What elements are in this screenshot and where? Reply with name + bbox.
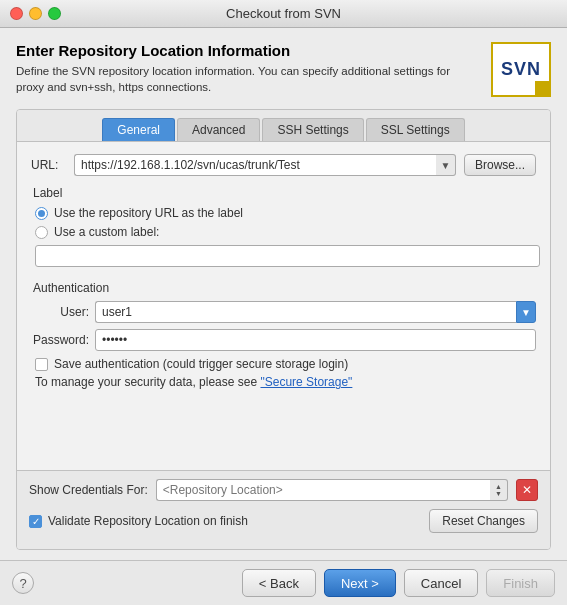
header-text: Enter Repository Location Information De… [16, 42, 479, 95]
secure-storage-link[interactable]: "Secure Storage" [260, 375, 352, 389]
password-row: Password: [31, 329, 536, 351]
save-auth-label: Save authentication (could trigger secur… [54, 357, 348, 371]
tab-ssl-settings[interactable]: SSL Settings [366, 118, 465, 141]
credentials-spinner[interactable]: ▲ ▼ [490, 479, 508, 501]
close-button[interactable] [10, 7, 23, 20]
auth-section-title: Authentication [31, 281, 536, 295]
main-content: Enter Repository Location Information De… [0, 28, 567, 560]
finish-button: Finish [486, 569, 555, 597]
back-button[interactable]: < Back [242, 569, 316, 597]
radio-use-custom-label: Use a custom label: [54, 225, 159, 239]
svn-logo: SVN [491, 42, 551, 97]
validate-row: ✓ Validate Repository Location on finish… [29, 509, 538, 533]
browse-button[interactable]: Browse... [464, 154, 536, 176]
user-dropdown-button[interactable]: ▼ [516, 301, 536, 323]
header-description: Define the SVN repository location infor… [16, 63, 479, 95]
url-dropdown-button[interactable]: ▼ [436, 154, 456, 176]
header-title: Enter Repository Location Information [16, 42, 479, 59]
spinner-down-arrow: ▼ [495, 490, 502, 497]
maximize-button[interactable] [48, 7, 61, 20]
radio-use-repo-url-label: Use the repository URL as the label [54, 206, 243, 220]
password-input[interactable] [95, 329, 536, 351]
user-input[interactable] [95, 301, 516, 323]
url-row: URL: ▼ Browse... [31, 154, 536, 176]
tab-ssh-settings[interactable]: SSH Settings [262, 118, 363, 141]
radio-use-repo-url[interactable]: Use the repository URL as the label [35, 206, 532, 220]
header: Enter Repository Location Information De… [16, 42, 551, 97]
tab-bar: General Advanced SSH Settings SSL Settin… [17, 110, 550, 142]
auth-section: Authentication User: ▼ Password: Save au… [31, 281, 536, 389]
next-button[interactable]: Next > [324, 569, 396, 597]
password-label: Password: [31, 333, 89, 347]
radio-use-custom[interactable]: Use a custom label: [35, 225, 532, 239]
credentials-clear-button[interactable]: ✕ [516, 479, 538, 501]
url-label: URL: [31, 158, 66, 172]
radio-use-custom-circle[interactable] [35, 226, 48, 239]
reset-changes-button[interactable]: Reset Changes [429, 509, 538, 533]
user-row: User: ▼ [31, 301, 536, 323]
save-auth-row: Save authentication (could trigger secur… [31, 357, 536, 371]
label-section-title: Label [31, 186, 536, 200]
user-label: User: [31, 305, 89, 319]
credentials-select-wrap: ▲ ▼ [156, 479, 508, 501]
secure-storage-text: To manage your security data, please see… [31, 375, 536, 389]
footer: ? < Back Next > Cancel Finish [0, 560, 567, 605]
tab-general[interactable]: General [102, 118, 175, 141]
radio-use-repo-url-circle[interactable] [35, 207, 48, 220]
credentials-select[interactable] [156, 479, 490, 501]
minimize-button[interactable] [29, 7, 42, 20]
url-input[interactable] [74, 154, 436, 176]
credentials-row: Show Credentials For: ▲ ▼ ✕ [29, 479, 538, 501]
title-bar: Checkout from SVN [0, 0, 567, 28]
tab-advanced[interactable]: Advanced [177, 118, 260, 141]
window-title: Checkout from SVN [226, 6, 341, 21]
user-input-wrap: ▼ [95, 301, 536, 323]
validate-label: Validate Repository Location on finish [48, 514, 248, 528]
svn-logo-corner [535, 81, 549, 95]
spinner-up-arrow: ▲ [495, 483, 502, 490]
validate-checkbox[interactable]: ✓ [29, 515, 42, 528]
panel-content: URL: ▼ Browse... Label Use the repositor… [17, 142, 550, 470]
svn-logo-text: SVN [501, 59, 541, 80]
custom-label-input[interactable] [35, 245, 540, 267]
save-auth-checkbox[interactable] [35, 358, 48, 371]
validate-left: ✓ Validate Repository Location on finish [29, 514, 248, 528]
credentials-label: Show Credentials For: [29, 483, 148, 497]
title-bar-buttons [10, 7, 61, 20]
help-button[interactable]: ? [12, 572, 34, 594]
footer-left: ? [12, 572, 34, 594]
label-radio-group: Use the repository URL as the label Use … [31, 206, 536, 239]
footer-right: < Back Next > Cancel Finish [242, 569, 555, 597]
secure-storage-pre: To manage your security data, please see [35, 375, 260, 389]
settings-panel: General Advanced SSH Settings SSL Settin… [16, 109, 551, 550]
bottom-bar: Show Credentials For: ▲ ▼ ✕ ✓ Validate R… [17, 470, 550, 549]
url-input-wrap: ▼ [74, 154, 456, 176]
cancel-button[interactable]: Cancel [404, 569, 478, 597]
